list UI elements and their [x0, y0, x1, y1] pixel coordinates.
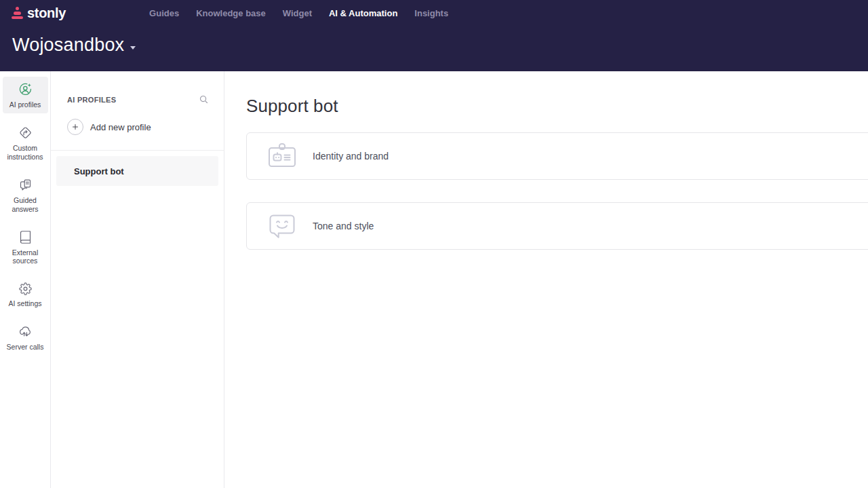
- stonly-logo-text: stonly: [27, 5, 66, 21]
- workspace-row: Wojosandbox: [0, 26, 868, 71]
- panel-title: AI PROFILES: [67, 96, 116, 104]
- sidebar-item-custom-instructions[interactable]: Custom instructions: [3, 120, 48, 166]
- sidebar-item-ai-settings[interactable]: AI settings: [3, 277, 48, 312]
- add-new-profile-label: Add new profile: [90, 122, 151, 132]
- plus-icon: [67, 119, 83, 135]
- guided-answers-icon: [18, 178, 33, 192]
- stonly-logo[interactable]: stonly: [11, 5, 77, 21]
- section-ai-profiles-panel: AI PROFILES Add new profile Su: [51, 71, 224, 488]
- card-tone-and-style[interactable]: Tone and style: [246, 202, 868, 250]
- sidebar-item-label: Custom instructions: [4, 144, 47, 161]
- external-sources-icon: [18, 230, 33, 244]
- search-icon[interactable]: [199, 94, 209, 105]
- stonly-logo-icon: [11, 7, 24, 20]
- profile-list: Support bot: [51, 151, 224, 191]
- nav-item-guides[interactable]: Guides: [149, 8, 179, 18]
- sidebar-item-label: External sources: [4, 248, 47, 265]
- main-content: Support bot: [224, 71, 868, 488]
- top-navigation-bar: stonly Guides Knowledge base Widget AI &…: [0, 0, 868, 26]
- chevron-down-icon[interactable]: [130, 46, 136, 50]
- card-label: Tone and style: [313, 221, 374, 231]
- card-identity-and-brand[interactable]: Identity and brand: [246, 132, 868, 180]
- app-root: stonly Guides Knowledge base Widget AI &…: [0, 0, 868, 488]
- sidebar-item-ai-profiles[interactable]: AI profiles: [3, 77, 48, 113]
- server-calls-icon: [18, 324, 33, 339]
- nav-item-ai-automation[interactable]: AI & Automation: [329, 8, 397, 18]
- id-badge-robot-icon: [265, 142, 299, 170]
- page-title: Support bot: [246, 96, 868, 117]
- sidebar-item-server-calls[interactable]: Server calls: [3, 319, 48, 356]
- nav-item-widget[interactable]: Widget: [283, 8, 312, 18]
- sidebar-item-external-sources[interactable]: External sources: [3, 225, 48, 270]
- ai-settings-icon: [19, 282, 32, 295]
- sidebar-item-label: AI settings: [8, 299, 41, 307]
- profile-list-item-support-bot[interactable]: Support bot: [56, 156, 218, 186]
- custom-instructions-icon: [18, 126, 33, 140]
- smiley-bubble-icon: [265, 212, 299, 240]
- main-nav: Guides Knowledge base Widget AI & Automa…: [149, 8, 448, 18]
- nav-item-insights[interactable]: Insights: [414, 8, 448, 18]
- add-new-profile-button[interactable]: Add new profile: [67, 119, 208, 135]
- card-label: Identity and brand: [313, 151, 389, 162]
- ai-profiles-icon: [18, 82, 33, 96]
- sidebar-item-label: Guided answers: [4, 196, 47, 213]
- sidebar-item-guided-answers[interactable]: Guided answers: [3, 172, 48, 218]
- sidebar-item-label: Server calls: [7, 343, 44, 351]
- app-header: stonly Guides Knowledge base Widget AI &…: [0, 0, 868, 71]
- sidebar-item-label: AI profiles: [9, 100, 41, 109]
- nav-item-knowledge-base[interactable]: Knowledge base: [196, 8, 266, 18]
- ukraine-flag-icon: [68, 5, 77, 11]
- workspace-selector[interactable]: Wojosandbox: [12, 35, 124, 56]
- section-sidebar: AI profiles Custom instructions Guided a…: [0, 71, 51, 488]
